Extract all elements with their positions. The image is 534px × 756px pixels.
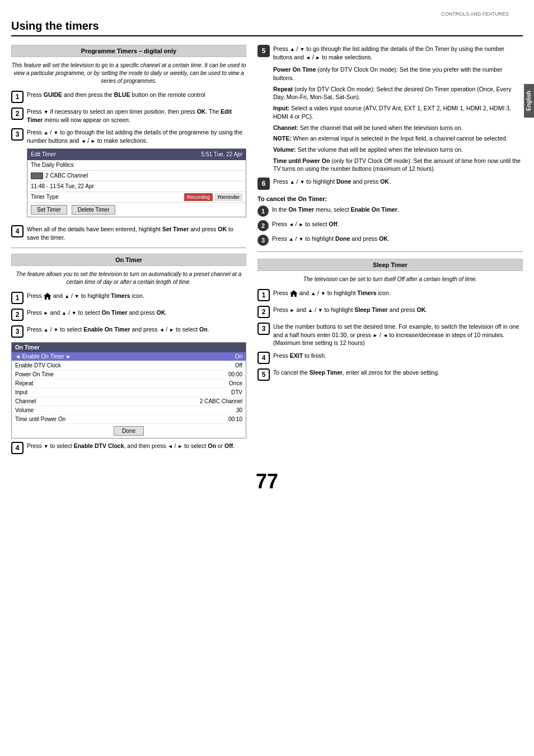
step-2-num: 2 xyxy=(11,108,24,120)
on-timer-step-3: 3 Press / to select Enable On Timer and … xyxy=(11,325,246,338)
ontimer-row-5: Input DTV xyxy=(12,388,246,397)
cancel-step-2-text: Press / to select Off. xyxy=(272,220,523,228)
cancel-step-1: 1 In the On Timer menu, select Enable On… xyxy=(257,206,523,217)
sleep-step-4: 4 Press EXIT to finish. xyxy=(257,352,523,364)
ontimer-row-6: Channel 2 CABC Channel xyxy=(12,397,246,406)
set-timer-button[interactable]: Set Timer xyxy=(31,205,67,214)
volume-desc: Volume: Set the volume that will be appl… xyxy=(273,146,523,154)
page-title: Using the timers xyxy=(11,20,523,36)
sleep-step-3-text: Use the number buttons to set the desire… xyxy=(273,323,523,347)
ontimer-row-4: Repeat Once xyxy=(12,379,246,388)
note-text: NOTE: When an external input is selected… xyxy=(273,134,523,143)
controls-label: CONTROLS AND FEATURES xyxy=(441,11,509,17)
sleep-timer-title: Sleep Timer xyxy=(257,259,523,271)
right-step-5-text: Press / to go through the list adding th… xyxy=(273,45,523,61)
header-controls: CONTROLS AND FEATURES xyxy=(11,11,523,17)
on-timer-step-2-num: 2 xyxy=(11,309,24,321)
ontimer-row-8: Time until Power On 00:10 xyxy=(12,415,246,424)
step-1: 1 Press GUIDE and then press the BLUE bu… xyxy=(11,91,246,103)
section-on-timer-title: On Timer xyxy=(11,254,246,266)
step-3-num: 3 xyxy=(11,128,24,141)
section-programme-timers-title: Programme Timers – digital only xyxy=(11,45,246,57)
sleep-step-2-text: Press and / to highlight Sleep Timer and… xyxy=(273,306,523,314)
step-1-num: 1 xyxy=(11,91,24,103)
edit-timer-header-right: 5:51 Tue, 22 Apr xyxy=(202,151,242,158)
edit-timer-buttons[interactable]: Set Timer Delete Timer xyxy=(27,203,246,217)
on-timer-step-1-text: Press and / to highlight Timers icon. xyxy=(27,292,246,300)
repeat-desc: Repeat (only for DTV Clock On mode): Sel… xyxy=(273,85,523,101)
on-timer-done-area: Done xyxy=(12,424,246,438)
page-container: CONTROLS AND FEATURES English Using the … xyxy=(0,0,534,756)
on-timer-table: On Timer ◄ Enable On Timer ► On Enable D… xyxy=(11,342,246,438)
on-timer-step-4-num: 4 xyxy=(11,442,24,454)
on-timer-step-1: 1 Press and / to highlight Timers icon. xyxy=(11,292,246,304)
ontimer-row-7: Volume 30 xyxy=(12,406,246,415)
sleep-step-5-num: 5 xyxy=(257,368,270,381)
edit-timer-row-3: 11:48 - 11:54 Tue, 22 Apr xyxy=(27,181,246,192)
edit-timer-row-2: 2 CABC Channel xyxy=(27,171,246,181)
ontimer-row-3: Power On Time 00:00 xyxy=(12,370,246,379)
sleep-step-5-text: To cancel the Sleep Timer, enter all zer… xyxy=(273,368,523,377)
on-timer-step-3-text: Press / to select Enable On Timer and pr… xyxy=(27,325,246,334)
right-step-6: 6 Press / to highlight Done and press OK… xyxy=(257,178,523,190)
sleep-step-1: 1 Press and / to highlight Timers icon. xyxy=(257,289,523,301)
section-on-timer-desc: The feature allows you to set the televi… xyxy=(11,270,246,286)
sleep-step-3-num: 3 xyxy=(257,323,270,335)
on-timer-step-4: 4 Press to select Enable DTV Clock, and … xyxy=(11,442,246,454)
on-timer-step-3-num: 3 xyxy=(11,325,24,338)
input-desc: Input: Select a video input source (ATV,… xyxy=(273,104,523,120)
cancel-step-1-text: In the On Timer menu, select Enable On T… xyxy=(272,206,523,214)
page-number: 77 xyxy=(11,470,523,493)
home-icon xyxy=(44,293,51,300)
edit-timer-header-left: Edit Timer xyxy=(31,151,56,158)
home-icon-2 xyxy=(290,290,298,297)
sleep-timer-section: Sleep Timer The television can be set to… xyxy=(257,259,523,381)
right-step-6-num: 6 xyxy=(257,178,270,190)
ontimer-row-1: ◄ Enable On Timer ► On xyxy=(12,352,246,361)
ontimer-row-2: Enable DTV Clock Off xyxy=(12,361,246,370)
sleep-step-1-num: 1 xyxy=(257,289,270,301)
edit-timer-header: Edit Timer 5:51 Tue, 22 Apr xyxy=(27,149,246,160)
sleep-step-4-num: 4 xyxy=(257,352,270,364)
sleep-step-1-text: Press and / to highlight Timers icon. xyxy=(273,289,523,297)
cancel-step-3-num: 3 xyxy=(257,235,269,246)
time-until-desc: Time until Power On (only for DTV Clock … xyxy=(273,157,523,173)
delete-timer-button[interactable]: Delete Timer xyxy=(72,205,116,214)
left-column: Programme Timers – digital only This fea… xyxy=(11,45,246,459)
reminder-badge: Reminder xyxy=(215,193,242,202)
divider-2 xyxy=(257,251,523,252)
sidebar-language-label: English xyxy=(524,84,534,118)
channel-desc: Channel: Set the channel that will be tu… xyxy=(273,124,523,132)
sleep-step-4-text: Press EXIT to finish. xyxy=(273,352,523,360)
two-column-layout: Programme Timers – digital only This fea… xyxy=(11,45,523,459)
right-step-5-num: 5 xyxy=(257,45,270,57)
step-3: 3 Press / to go through the list adding … xyxy=(11,128,246,221)
step-4-num: 4 xyxy=(11,225,24,237)
right-step-6-text: Press / to highlight Done and press OK. xyxy=(273,178,523,186)
sleep-timer-desc: The television can be set to turn itself… xyxy=(257,276,523,283)
power-on-time-desc: Power On Time (only for DTV Clock On mod… xyxy=(273,66,523,82)
step-4: 4 When all of the details have been ente… xyxy=(11,225,246,241)
on-timer-step-2-text: Press and / to select On Timer and press… xyxy=(27,309,246,317)
step-3-text: Press / to go through the list adding th… xyxy=(27,128,246,221)
on-timer-table-header: On Timer xyxy=(12,343,246,352)
step-2: 2 Press if necessary to select an open t… xyxy=(11,108,246,124)
step-4-text: When all of the details have been entere… xyxy=(27,225,246,241)
on-timer-step-2: 2 Press and / to select On Timer and pre… xyxy=(11,309,246,321)
on-timer-step-1-num: 1 xyxy=(11,292,24,304)
recording-badge: Recording xyxy=(184,193,213,202)
sleep-step-3: 3 Use the number buttons to set the desi… xyxy=(257,323,523,347)
done-button[interactable]: Done xyxy=(114,426,144,436)
step-2-text: Press if necessary to select an open tim… xyxy=(27,108,246,124)
detail-descriptions: Power On Time (only for DTV Clock On mod… xyxy=(257,66,523,173)
step-1-text: Press GUIDE and then press the BLUE butt… xyxy=(27,91,246,99)
sleep-step-5: 5 To cancel the Sleep Timer, enter all z… xyxy=(257,368,523,381)
edit-timer-type-row: Timer Type Recording Reminder xyxy=(27,192,246,203)
divider-1 xyxy=(11,248,246,248)
cancel-step-2: 2 Press / to select Off. xyxy=(257,220,523,231)
edit-timer-table: Edit Timer 5:51 Tue, 22 Apr The Daily Po… xyxy=(27,148,246,218)
cancel-title: To cancel the On Timer: xyxy=(257,195,523,202)
on-timer-step-4-text: Press to select Enable DTV Clock, and th… xyxy=(27,442,246,450)
right-step-5: 5 Press / to go through the list adding … xyxy=(257,45,523,61)
cancel-step-3-text: Press / to highlight Done and press OK. xyxy=(272,235,523,243)
